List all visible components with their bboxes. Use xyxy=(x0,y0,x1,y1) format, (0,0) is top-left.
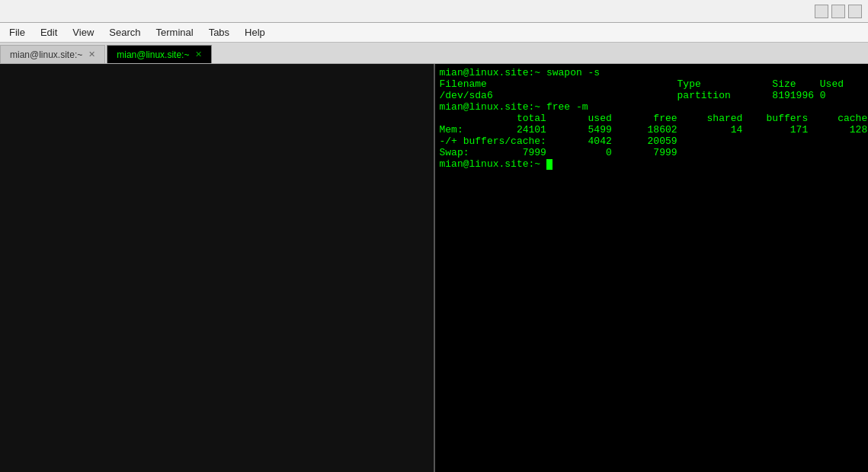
maximize-button[interactable] xyxy=(831,5,845,18)
terminal-cursor xyxy=(546,159,553,170)
tab-1-label: mian@linux.site:~ xyxy=(10,49,82,60)
titlebar xyxy=(0,0,868,23)
close-button[interactable] xyxy=(848,5,862,18)
menu-terminal[interactable]: Terminal xyxy=(150,25,200,40)
titlebar-buttons xyxy=(815,5,862,18)
tab-1-close[interactable]: ✕ xyxy=(88,49,95,59)
main-window: File Edit View Search Terminal Tabs Help… xyxy=(0,0,868,472)
menu-tabs[interactable]: Tabs xyxy=(203,25,235,40)
menu-search[interactable]: Search xyxy=(103,25,146,40)
tab-2[interactable]: mian@linux.site:~ ✕ xyxy=(107,45,212,63)
tab-1[interactable]: mian@linux.site:~ ✕ xyxy=(0,45,105,63)
menu-file[interactable]: File xyxy=(3,25,31,40)
tab-2-label: mian@linux.site:~ xyxy=(117,49,189,60)
terminal-right[interactable]: mian@linux.site:~ swapon -s Filename Typ… xyxy=(435,64,869,472)
tabbar: mian@linux.site:~ ✕ mian@linux.site:~ ✕ xyxy=(0,43,868,64)
menu-view[interactable]: View xyxy=(66,25,100,40)
terminal-left[interactable] xyxy=(0,64,434,472)
minimize-button[interactable] xyxy=(815,5,828,18)
tab-2-close[interactable]: ✕ xyxy=(195,49,202,59)
menu-edit[interactable]: Edit xyxy=(34,25,63,40)
menubar: File Edit View Search Terminal Tabs Help xyxy=(0,23,868,43)
menu-help[interactable]: Help xyxy=(239,25,271,40)
terminals-container: mian@linux.site:~ swapon -s Filename Typ… xyxy=(0,64,868,472)
